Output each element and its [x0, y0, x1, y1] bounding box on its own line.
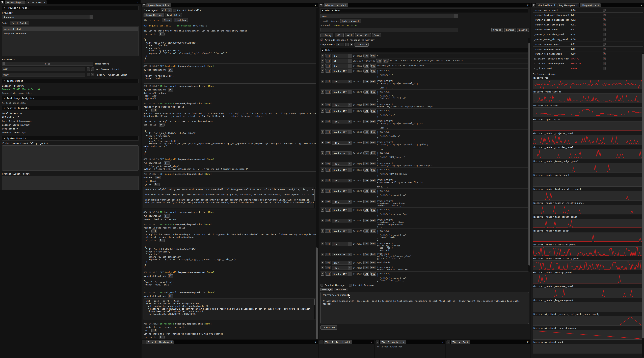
entry-add-button[interactable]: +: [321, 253, 324, 256]
diagnostic-checkbox[interactable]: ✓: [603, 67, 606, 70]
pop-out-message-checkbox[interactable]: [320, 284, 323, 287]
entry-role-select[interactable]: Vendor API▼: [332, 208, 352, 212]
temperature-slider[interactable]: 0.00: [2, 62, 94, 66]
diagnostic-checkbox[interactable]: ✓: [603, 48, 606, 50]
discussion-entry-row[interactable]: +[+]Vendor API▼14:30:53InsDel[TOOL CALL]…: [320, 168, 529, 178]
entry-delete-button[interactable]: Del: [370, 120, 376, 123]
entry-insert-button[interactable]: Ins: [364, 242, 369, 245]
slider-grab[interactable]: [2, 62, 5, 65]
entry-delete-button[interactable]: Del: [370, 90, 376, 94]
tab-log-management[interactable]: Log Management: [557, 3, 580, 7]
entry-insert-button[interactable]: Ins: [364, 64, 369, 67]
entry-insert-button[interactable]: Ins: [364, 261, 369, 264]
session-insights-section-header[interactable]: ▼ Session Insights: [2, 106, 138, 110]
entry-role-select[interactable]: Tool▼: [332, 162, 352, 166]
diagnostics-scrollbar-thumb[interactable]: [642, 54, 644, 339]
tool-usage-section-header[interactable]: ▼ Tool Usage Analytics: [2, 96, 138, 100]
entry-delete-button[interactable]: Del: [370, 179, 376, 182]
expand-button[interactable]: [+]: [155, 176, 161, 179]
discussion-entry-row[interactable]: +[+]AI▼2026-03-07T14:30:03InsDelHello! I…: [320, 58, 529, 63]
entry-expand-button[interactable]: [+]: [325, 130, 331, 134]
tab-ai-settings[interactable]: AI SettingsX: [5, 0, 26, 4]
entry-add-button[interactable]: +: [321, 179, 324, 182]
comms-history-log[interactable]: Now let me check how to run this applica…: [144, 29, 316, 339]
discussion-entry-row[interactable]: +[+]Vendor API▼14:31:13InsDel[TOOL CALL]…: [320, 252, 529, 260]
tab-tier-1-strategy[interactable]: Tier 1: StrategyX: [146, 340, 174, 344]
entry-expand-button[interactable]: [+]: [325, 80, 331, 83]
diagnostic-checkbox[interactable]: ✓: [603, 38, 606, 41]
entry-add-button[interactable]: +: [321, 90, 324, 94]
ops-tab-comms-history[interactable]: Comms History: [144, 13, 164, 17]
expand-button[interactable]: [+]: [164, 214, 170, 218]
tab-diagnostics[interactable]: DiagnosticsX: [580, 3, 600, 7]
dock-collapse-icon[interactable]: [142, 3, 146, 7]
entry-delete-button[interactable]: Del: [370, 266, 376, 269]
tab-tier-3-workers[interactable]: Tier 3: WorkersX: [380, 340, 406, 344]
entry-insert-button[interactable]: Ins: [364, 208, 369, 212]
dock-collapse-icon[interactable]: [446, 341, 450, 344]
entry-delete-button[interactable]: Del: [370, 152, 376, 155]
window-close-icon[interactable]: X: [441, 341, 444, 344]
history-truncation-increment-button[interactable]: +: [91, 73, 94, 76]
ops-scrollbar[interactable]: [316, 8, 318, 338]
discussion-name-input[interactable]: [320, 28, 458, 32]
expand-button[interactable]: [+]: [168, 88, 174, 91]
window-close-icon[interactable]: X: [640, 4, 643, 7]
entry-insert-button[interactable]: Ins: [364, 130, 369, 134]
dock-collapse-icon[interactable]: [532, 3, 536, 7]
entry-add-button[interactable]: +: [321, 152, 324, 155]
entry-role-select[interactable]: Vendor API▼: [332, 272, 352, 276]
box-scrollbar-thumb[interactable]: [314, 189, 315, 201]
discussion-select[interactable]: main ▼: [320, 14, 458, 18]
entry-delete-button[interactable]: Del: [370, 103, 376, 106]
entry-role-select[interactable]: Tool▼: [332, 219, 352, 222]
roles-section-header[interactable]: ▶ Roles: [320, 48, 528, 52]
discussion-entry-row[interactable]: +[+]Vendor API▼14:30:33InsDel[TOOL CALL]…: [320, 68, 529, 79]
diagnostic-checkbox[interactable]: ✓: [603, 33, 606, 36]
entry-role-select[interactable]: Vendor API▼: [332, 168, 352, 172]
auto-add-checkbox[interactable]: ✓: [320, 38, 323, 41]
max-tokens-input[interactable]: 8192: [2, 67, 85, 71]
entry-insert-button[interactable]: Ins: [364, 80, 369, 83]
entry-expand-button[interactable]: [+]: [325, 200, 331, 203]
dock-collapse-icon[interactable]: [319, 341, 323, 344]
max-tokens-increment-button[interactable]: +: [91, 67, 94, 71]
tab-close-icon[interactable]: X: [403, 341, 404, 344]
expand-button[interactable]: [+]: [154, 183, 160, 186]
entry-insert-button[interactable]: Ins: [364, 141, 369, 144]
entry-insert-button[interactable]: Ins: [364, 253, 369, 256]
tab-mma-dashboard[interactable]: MMA Dashboard: [536, 3, 557, 7]
discussion-entry-row[interactable]: +[+]Vendor API▼14:30:42InsDel[TOOL CALL]…: [320, 109, 529, 119]
entry-role-select[interactable]: Vendor API▼: [332, 253, 352, 256]
system-prompts-section-header[interactable]: ▼ System Prompts: [2, 136, 138, 141]
entry-expand-button[interactable]: [+]: [325, 189, 331, 193]
rename-button[interactable]: Rename: [504, 28, 516, 32]
load-log-button[interactable]: Load Log: [174, 18, 188, 22]
discussion-entries-list[interactable]: +[+]User▼14:29:59InsDelhi+[+]AI▼2026-03-…: [320, 53, 529, 282]
entry-delete-button[interactable]: Del: [370, 80, 376, 83]
discussion-entry-row[interactable]: +[+]Tool▼14:30:53InsDel[TOOL RESULT] # M…: [320, 178, 529, 189]
keep-pairs-decrement-button[interactable]: -: [345, 43, 348, 46]
max-tokens-decrement-button[interactable]: -: [87, 67, 90, 71]
all-button[interactable]: +All: [345, 33, 354, 37]
entry-expand-button[interactable]: [+]: [325, 90, 331, 94]
focus-agent-select[interactable]: All ▼: [161, 8, 172, 12]
entry-add-button[interactable]: +: [321, 141, 324, 144]
update-commit-button[interactable]: Update Commit: [340, 19, 361, 23]
entry-expand-button[interactable]: [+]: [325, 54, 331, 57]
entry-expand-button[interactable]: [+]: [325, 59, 331, 62]
entry-delete-button[interactable]: Del: [370, 162, 376, 165]
entry-delete-button[interactable]: Del: [383, 59, 389, 62]
entry-add-button[interactable]: +: [321, 229, 324, 233]
window-close-icon[interactable]: X: [314, 4, 317, 7]
entry-role-select[interactable]: Vendor API▼: [332, 189, 352, 193]
entry-delete-button[interactable]: Del: [370, 272, 376, 276]
provider-select[interactable]: deepseek ▼: [2, 15, 94, 19]
delete-button[interactable]: Delete: [517, 28, 529, 32]
entry-delete-button[interactable]: Del: [370, 189, 376, 193]
tab-files-media[interactable]: Files & Media: [26, 0, 47, 4]
discussion-entry-row[interactable]: +[+]Tool▼14:30:38InsDel[TOOL RESULT] Sea…: [320, 102, 529, 109]
entry-role-select[interactable]: Tool▼: [332, 103, 352, 107]
entry-insert-button[interactable]: Ins: [364, 162, 369, 165]
entry-delete-button[interactable]: Del: [370, 54, 376, 57]
